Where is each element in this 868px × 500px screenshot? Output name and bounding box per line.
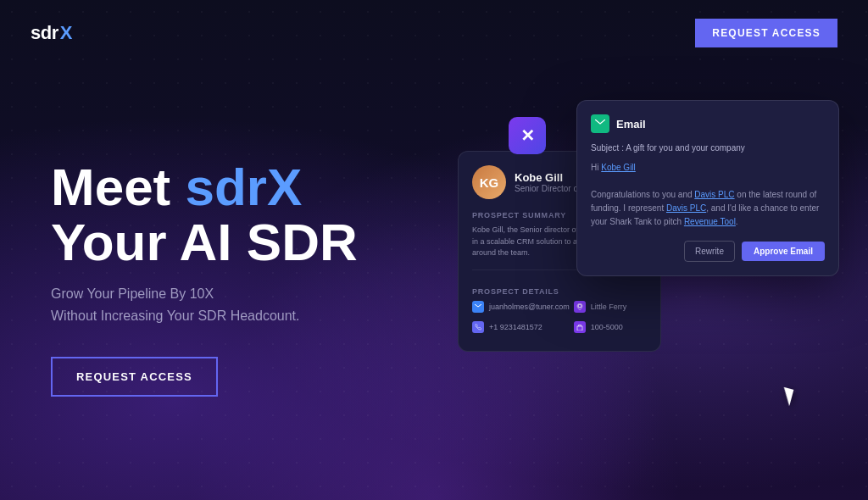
email-subject: Subject : A gift for you and your compan… xyxy=(591,143,825,153)
header: sdrX REQUEST ACCESS xyxy=(0,0,868,66)
email-badge-icon xyxy=(591,114,609,133)
request-access-main-button[interactable]: REQUEST ACCESS xyxy=(51,357,218,397)
email-card-header: Email xyxy=(591,114,825,133)
svg-rect-2 xyxy=(577,326,582,331)
headline-brand: sdrX xyxy=(185,158,302,216)
request-access-header-button[interactable]: REQUEST ACCESS xyxy=(695,19,837,47)
email-body: Hi Kobe Gill Congratulations to you and … xyxy=(591,161,825,229)
cursor-arrow-icon xyxy=(780,387,794,406)
email-card-title: Email xyxy=(616,118,646,131)
email-link-revenue-tool: Revenue Tool xyxy=(684,217,736,226)
logo: sdrX xyxy=(31,22,72,44)
email-actions: Rewrite Approve Email xyxy=(591,241,825,262)
prospect-location: Little Ferry xyxy=(591,303,627,311)
subline2: Without Increasing Your SDR Headcount. xyxy=(51,308,300,323)
details-grid: juanholmes@tuner.com Little Ferry xyxy=(472,301,647,337)
page-content: sdrX REQUEST ACCESS Meet sdrX Your AI SD… xyxy=(0,0,868,500)
prospect-email: juanholmes@tuner.com xyxy=(489,303,570,311)
email-greeting-name: Kobe Gill xyxy=(601,163,636,172)
subheadline: Grow Your Pipeline By 10X Without Increa… xyxy=(51,283,407,326)
phone-row: +1 9231481572 xyxy=(472,321,570,333)
svg-point-1 xyxy=(578,304,581,308)
rewrite-button[interactable]: Rewrite xyxy=(684,241,735,262)
approve-email-button[interactable]: Approve Email xyxy=(742,242,825,261)
prospect-avatar: KG xyxy=(472,165,506,199)
prospect-details: Prospect Details juanholmes@tuner.com xyxy=(472,269,647,337)
logo-text: sdr xyxy=(31,22,58,44)
phone-icon xyxy=(472,321,484,333)
headline: Meet sdrX Your AI SDR xyxy=(51,159,407,269)
email-card: Email Subject : A gift for you and your … xyxy=(576,100,839,276)
company-size-icon xyxy=(574,321,586,333)
email-row: juanholmes@tuner.com xyxy=(472,301,570,313)
subject-label: Subject : xyxy=(591,143,624,153)
x-logo-floating: ✕ xyxy=(509,117,546,154)
email-link-davis-plc-2: Davis PLC xyxy=(666,203,706,213)
hero-right: ✕ KG Kobe Gill Senior Director of Sales … xyxy=(441,83,817,456)
logo-x: X xyxy=(60,22,73,44)
email-link-davis-plc-1: Davis PLC xyxy=(694,190,734,199)
prospect-phone: +1 9231481572 xyxy=(489,323,542,331)
headline-part2: Your AI SDR xyxy=(51,213,358,271)
main-content: Meet sdrX Your AI SDR Grow Your Pipeline… xyxy=(0,66,868,456)
subject-text: A gift for you and your company xyxy=(626,143,745,153)
prospect-company-size: 100-5000 xyxy=(591,323,623,331)
company-size-row: 100-5000 xyxy=(574,321,647,333)
subline1: Grow Your Pipeline By 10X xyxy=(51,286,214,301)
location-icon xyxy=(574,301,586,313)
details-label: Prospect Details xyxy=(472,287,647,296)
hero-left: Meet sdrX Your AI SDR Grow Your Pipeline… xyxy=(51,142,407,397)
headline-meet: Meet xyxy=(51,158,185,216)
email-icon xyxy=(472,301,484,313)
x-logo-symbol: ✕ xyxy=(520,125,535,146)
location-row: Little Ferry xyxy=(574,301,647,313)
